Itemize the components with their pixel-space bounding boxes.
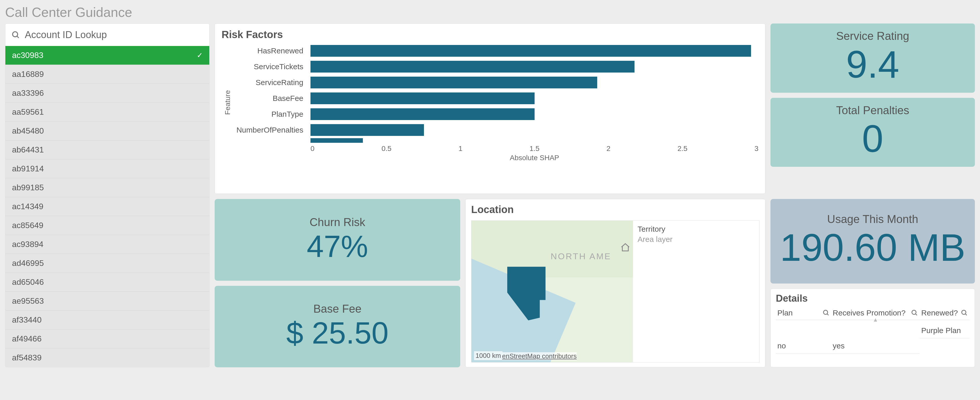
total-penalties-card: Total Penalties 0 xyxy=(770,98,975,167)
chart-tick: 0 xyxy=(310,144,315,153)
usage-card: Usage This Month 190.60 MB xyxy=(770,199,975,283)
svg-point-0 xyxy=(13,32,18,37)
chart-row-partial xyxy=(234,138,759,143)
svg-line-3 xyxy=(827,314,829,315)
account-id: ad46995 xyxy=(12,259,44,268)
account-list-item[interactable]: ab91914 xyxy=(5,159,209,178)
account-list-item[interactable]: ad46995 xyxy=(5,254,209,273)
churn-risk-value: 47% xyxy=(217,229,458,264)
account-list-item[interactable]: ab64431 xyxy=(5,140,209,159)
account-lookup-list[interactable]: ac30983✓aa16889aa33396aa59561ab45480ab64… xyxy=(5,46,209,367)
account-list-item[interactable]: ac30983✓ xyxy=(5,46,209,65)
account-list-item[interactable]: ab45480 xyxy=(5,121,209,140)
account-list-item[interactable]: ae95563 xyxy=(5,291,209,310)
map-legend-title: Territory xyxy=(638,225,755,233)
account-id: af54839 xyxy=(12,353,41,362)
account-id: ae95563 xyxy=(12,296,44,306)
account-list-item[interactable]: ab99185 xyxy=(5,178,209,197)
account-id: ac30983 xyxy=(12,51,43,60)
details-scroll-cue: ▲ xyxy=(831,316,920,323)
chart-category-label: ServiceRating xyxy=(234,78,310,87)
chart-bar xyxy=(310,77,597,88)
service-rating-card: Service Rating 9.4 xyxy=(770,24,975,93)
chart-bar xyxy=(310,108,535,120)
account-list-item[interactable]: af49466 xyxy=(5,329,209,348)
details-cell-promotion: no xyxy=(776,338,831,354)
risk-factors-title: Risk Factors xyxy=(221,29,759,40)
account-list-item[interactable]: af54839 xyxy=(5,348,209,367)
location-title: Location xyxy=(471,204,759,215)
account-lookup-title: Account ID Lookup xyxy=(25,29,107,40)
search-icon[interactable] xyxy=(822,310,830,316)
map-home-icon[interactable] xyxy=(620,243,630,254)
map-legend-subtitle: Area layer xyxy=(638,233,755,244)
details-title: Details xyxy=(776,293,969,306)
details-panel: Details Plan Receives Promotion? Renewed… xyxy=(770,289,975,367)
details-cell-renewed: yes xyxy=(831,338,920,354)
account-lookup-header: Account ID Lookup xyxy=(5,24,209,46)
chart-category-label: NumberOfPenalties xyxy=(234,126,310,134)
service-rating-label: Service Rating xyxy=(773,30,972,43)
account-lookup-panel: Account ID Lookup ac30983✓aa16889aa33396… xyxy=(5,24,210,367)
svg-line-1 xyxy=(17,36,19,38)
account-id: af49466 xyxy=(12,334,41,344)
total-penalties-value: 0 xyxy=(773,117,972,161)
base-fee-value: $ 25.50 xyxy=(217,315,458,351)
location-map[interactable]: NORTH AME 1000 km enStreetMap contributo… xyxy=(471,221,759,362)
map-attribution[interactable]: enStreetMap contributors xyxy=(502,352,577,360)
account-id: ac14349 xyxy=(12,202,43,211)
risk-factors-panel: Risk Factors Feature HasRenewedServiceTi… xyxy=(215,24,765,194)
account-id: aa16889 xyxy=(12,70,44,79)
chart-tick: 3 xyxy=(754,144,759,153)
svg-point-6 xyxy=(962,310,966,314)
details-header-renewed[interactable]: Renewed? xyxy=(920,306,969,320)
chart-x-axis: 00.511.522.53 xyxy=(310,143,759,153)
account-list-item[interactable]: af33440 xyxy=(5,310,209,329)
account-list-item[interactable]: ad65046 xyxy=(5,273,209,291)
account-id: aa59561 xyxy=(12,107,44,117)
account-list-item[interactable]: aa59561 xyxy=(5,102,209,121)
page-title: Call Center Guidance xyxy=(5,0,975,24)
search-icon[interactable] xyxy=(911,310,918,316)
account-id: ac93894 xyxy=(12,240,43,249)
churn-risk-label: Churn Risk xyxy=(217,216,458,229)
details-cell-plan: Purple Plan xyxy=(920,323,969,338)
svg-line-7 xyxy=(965,314,967,315)
chart-category-label: BaseFee xyxy=(234,94,310,103)
account-list-item[interactable]: ac14349 xyxy=(5,197,209,216)
chart-row: HasRenewed xyxy=(234,43,759,59)
svg-line-5 xyxy=(916,314,917,315)
service-rating-value: 9.4 xyxy=(773,43,972,87)
details-header-plan[interactable]: Plan xyxy=(776,306,831,320)
chart-bar xyxy=(310,124,424,136)
account-list-item[interactable]: aa16889 xyxy=(5,65,209,84)
search-icon[interactable] xyxy=(961,310,968,316)
check-icon: ✓ xyxy=(197,51,203,60)
chart-category-label: ServiceTickets xyxy=(234,62,310,71)
chart-row: BaseFee xyxy=(234,90,759,106)
location-panel: Location NORTH AME 1000 km enStreetMap c… xyxy=(465,199,765,367)
base-fee-label: Base Fee xyxy=(217,302,458,315)
chart-category-label: HasRenewed xyxy=(234,46,310,55)
chart-tick: 1 xyxy=(458,144,463,153)
svg-point-2 xyxy=(823,310,827,314)
map-legend: Territory Area layer xyxy=(633,221,759,362)
chart-row: ServiceRating xyxy=(234,75,759,90)
account-list-item[interactable]: ac93894 xyxy=(5,235,209,254)
churn-risk-card: Churn Risk 47% xyxy=(215,199,460,281)
total-penalties-label: Total Penalties xyxy=(773,104,972,117)
usage-label: Usage This Month xyxy=(773,213,972,225)
account-id: ab64431 xyxy=(12,145,44,154)
chart-row: ServiceTickets xyxy=(234,59,759,75)
account-id: ab45480 xyxy=(12,126,44,136)
account-list-item[interactable]: aa33396 xyxy=(5,84,209,102)
base-fee-card: Base Fee $ 25.50 xyxy=(215,286,460,367)
chart-x-axis-label: Absolute SHAP xyxy=(310,153,759,162)
account-id: ac85649 xyxy=(12,221,43,230)
account-id: af33440 xyxy=(12,315,41,325)
chart-row: PlanType xyxy=(234,106,759,122)
chart-tick: 2.5 xyxy=(678,144,687,153)
account-id: ab99185 xyxy=(12,183,44,192)
svg-point-4 xyxy=(912,310,916,314)
account-list-item[interactable]: ac85649 xyxy=(5,216,209,235)
